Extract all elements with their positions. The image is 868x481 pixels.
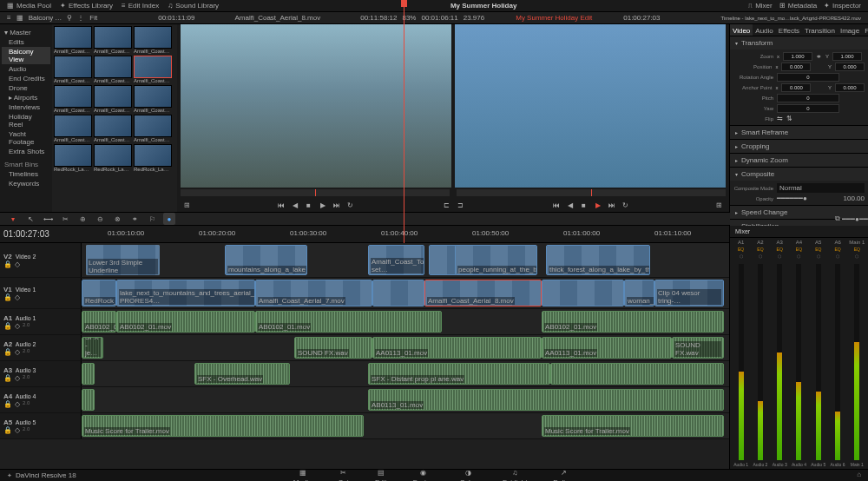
- src-stop-button[interactable]: ■: [304, 200, 314, 210]
- composite-mode-select[interactable]: Normal: [777, 183, 865, 193]
- media-pool-tab[interactable]: ▦ Media Pool: [7, 2, 51, 10]
- playhead[interactable]: [404, 226, 404, 243]
- clip-thumbnail[interactable]: Amalfi_Coast_T…: [94, 85, 132, 113]
- timeline-clip[interactable]: mountains_along_a_lake_aerial_by_Roma…: [225, 245, 307, 275]
- timeline-clip[interactable]: [542, 280, 624, 306]
- timeline-clip[interactable]: AB0113_01.mov: [368, 389, 724, 411]
- source-viewer[interactable]: [181, 24, 451, 188]
- track-content[interactable]: AB0102_01.movAB0102_01.movAB0102_01.movA…: [82, 309, 729, 334]
- clip-thumbnail[interactable]: RedRock_Land…: [94, 144, 132, 172]
- timeline-clip[interactable]: AA0113_01.mov: [372, 337, 542, 359]
- flag-icon[interactable]: ⚐: [146, 213, 158, 225]
- track-content[interactable]: Lower 3rd Simple Underlinemountains_alon…: [82, 243, 729, 277]
- sort-icon[interactable]: ⋮: [77, 14, 84, 22]
- mixer-strip[interactable]: Main 1EQ⬡Main 1: [848, 240, 866, 467]
- program-viewer[interactable]: [455, 24, 726, 188]
- track-header[interactable]: A3 Audio 3🔒 ◇ 2.0: [0, 361, 82, 386]
- section-header[interactable]: Smart Reframe: [730, 126, 868, 139]
- edit-index-tab[interactable]: ≡ Edit Index: [122, 2, 159, 10]
- clip-thumbnail[interactable]: Amalfi_Coast_A…: [134, 56, 172, 83]
- timeline-clip[interactable]: SOUND FX.wav: [672, 337, 724, 359]
- mute-icon[interactable]: ◇: [15, 400, 20, 408]
- src-loop-button[interactable]: ↻: [345, 200, 356, 210]
- prg-stop-button[interactable]: ■: [579, 200, 589, 210]
- program-scrubber[interactable]: [457, 189, 726, 196]
- track-content[interactable]: SFX - je…SOUND FX.wavAA0113_01.movAA0113…: [82, 335, 729, 360]
- clip-thumbnail[interactable]: Amalfi_Coast_T…: [134, 115, 172, 142]
- extra-bin[interactable]: Extra Shots: [2, 147, 50, 156]
- clip-thumbnail[interactable]: Amalfi_Coast_A…: [134, 26, 172, 54]
- timeline-clip[interactable]: [82, 363, 95, 385]
- src-prev-button[interactable]: ◀: [290, 200, 300, 210]
- lock-icon[interactable]: 🔒: [3, 322, 12, 330]
- nav-media[interactable]: ▦Media: [293, 469, 312, 482]
- pos-x-input[interactable]: [781, 63, 811, 71]
- inspector-tab-transition[interactable]: Transition: [802, 24, 838, 36]
- src-next-button[interactable]: ⏭: [332, 200, 342, 210]
- endcredits-bin[interactable]: End Credits: [2, 74, 50, 83]
- mixer-strip[interactable]: A4EQ⬡Audio 4: [790, 240, 808, 467]
- mute-icon[interactable]: ◇: [15, 374, 20, 382]
- clip-thumbnail[interactable]: Amalfi_Coast_T…: [94, 115, 132, 142]
- mute-icon[interactable]: ◇: [15, 260, 20, 268]
- clip-thumbnail[interactable]: RedRock_Land…: [54, 144, 92, 172]
- effects-library-tab[interactable]: ✦ Effects Library: [60, 2, 113, 10]
- lock-icon[interactable]: 🔒: [3, 426, 12, 434]
- mark-in-icon[interactable]: ⊐: [455, 200, 465, 210]
- clip-thumbnail[interactable]: Amalfi_Coast_T…: [134, 85, 172, 113]
- mute-icon[interactable]: ◇: [15, 322, 20, 330]
- timeline-clip[interactable]: people_running_at_the_beach_to_brig…: [455, 245, 537, 275]
- lock-icon[interactable]: 🔒: [3, 374, 12, 382]
- track-content[interactable]: Music Score for Trailer.movMusic Score f…: [82, 413, 729, 438]
- thumb-view-icon[interactable]: ▦: [16, 14, 23, 22]
- mixer-strip[interactable]: A6EQ⬡Audio 6: [828, 240, 846, 467]
- balcony-bin[interactable]: Balcony View: [2, 47, 50, 64]
- timeline-clip[interactable]: [82, 389, 95, 411]
- timeline-name[interactable]: My Summer Holiday Edit: [516, 14, 592, 22]
- clip-thumbnail[interactable]: Amalfi_Coast_A…: [94, 26, 132, 54]
- track-content[interactable]: SFX - Overhead.wavCross Fad…SFX - Distan…: [82, 361, 729, 386]
- pos-y-input[interactable]: [835, 63, 865, 71]
- nav-color[interactable]: ◑Color: [460, 469, 477, 482]
- src-first-frame-button[interactable]: ⏮: [276, 200, 286, 210]
- timeline-clip[interactable]: AA0113_01.mov: [542, 337, 672, 359]
- track-header[interactable]: V2 Video 2🔒 ◇: [0, 243, 82, 277]
- flip-v-icon[interactable]: ⇅: [786, 115, 792, 122]
- mixer-tab[interactable]: ⎍ Mixer: [748, 2, 773, 10]
- metadata-tab[interactable]: ⊞ Metadata: [779, 2, 817, 10]
- list-view-icon[interactable]: ≡: [7, 14, 11, 22]
- nav-fusion[interactable]: ◉Fusion: [413, 469, 434, 482]
- timeline-clip[interactable]: woman_rid…: [624, 280, 654, 306]
- timeline-clip[interactable]: Clip 04 wesor tring-…: [654, 280, 724, 306]
- clip-thumbnail[interactable]: Amalfi_Coast_T…: [54, 85, 92, 113]
- timeline-clip[interactable]: thick_forest_along_a_lake_by_the_mountai…: [546, 245, 650, 275]
- section-header[interactable]: Cropping: [730, 140, 868, 153]
- rotation-input[interactable]: [777, 73, 839, 82]
- prg-loop-button[interactable]: ↻: [621, 200, 631, 210]
- edits-bin[interactable]: Edits: [2, 37, 50, 47]
- transform-header[interactable]: Transform: [730, 36, 868, 49]
- timeline-ruler[interactable]: 01:00:27:03 01:00:10:0001:00:20:0001:00:…: [0, 226, 729, 243]
- timeline-clip[interactable]: Music Score for Trailer.mov: [542, 415, 724, 437]
- nav-deliver[interactable]: ↗Deliver: [553, 469, 575, 482]
- source-clip-name[interactable]: Amalfi_Coast_Aerial_8.mov: [234, 14, 320, 22]
- timeline-clip[interactable]: SOUND FX.wav: [294, 337, 372, 359]
- marker-icon[interactable]: ●: [163, 213, 175, 225]
- clip-thumbnail[interactable]: RedRock_Land…: [134, 144, 172, 172]
- timeline-clip[interactable]: AB0102_01.mov: [116, 311, 255, 333]
- anchor-y-input[interactable]: [835, 83, 865, 92]
- section-header[interactable]: Dynamic Zoom: [730, 154, 868, 167]
- link-icon[interactable]: ⚭: [816, 53, 822, 61]
- timeline-clip[interactable]: Amalfi_Coast_To-set…: [368, 245, 424, 275]
- lock-icon[interactable]: 🔒: [3, 260, 12, 268]
- prg-next-button[interactable]: ⏭: [607, 200, 617, 210]
- timeline-clip[interactable]: SFX - Overhead.wav: [194, 363, 290, 385]
- src-play-button[interactable]: ▶: [318, 200, 328, 210]
- home-icon[interactable]: ⌂: [857, 471, 861, 478]
- source-scrubber[interactable]: [181, 189, 450, 196]
- timeline-clip[interactable]: SFX - je…: [82, 337, 103, 359]
- clip-thumbnail[interactable]: Amalfi_Coast_A…: [94, 56, 132, 83]
- zoom-x-input[interactable]: [783, 52, 812, 61]
- mixer-strip[interactable]: A3EQ⬡Audio 3: [771, 240, 789, 467]
- timeline-dropdown[interactable]: Timeline - lake_next_to_mo…lack_Artgrid-…: [720, 16, 861, 21]
